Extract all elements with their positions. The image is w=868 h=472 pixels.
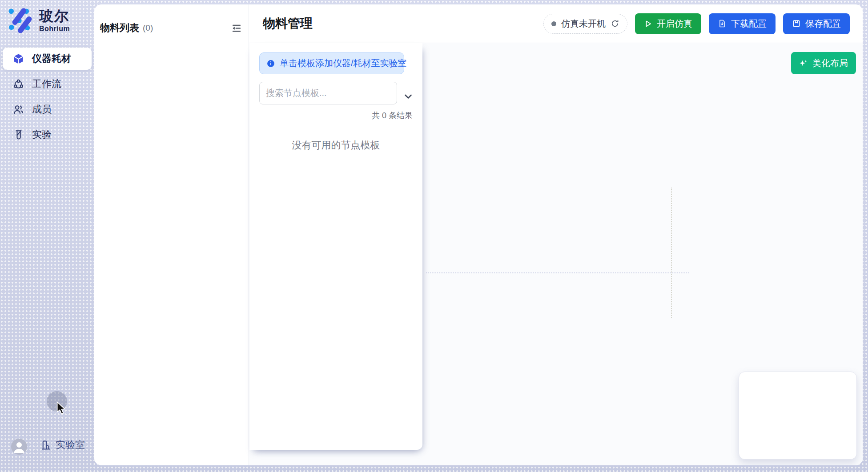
page-title: 物料管理 xyxy=(263,15,313,32)
search-result-count: 共 0 条结果 xyxy=(372,110,413,121)
node-template-panel: 单击模板添加仪器/耗材至实验室 共 0 条结果 没有可用的节点模板 xyxy=(249,43,422,450)
lab-label: 实验室 xyxy=(56,438,85,452)
sidebar-item-label: 仪器耗材 xyxy=(32,52,71,65)
material-list-count: (0) xyxy=(143,23,153,33)
simulation-status-label: 仿真未开机 xyxy=(561,18,606,30)
download-config-label: 下载配置 xyxy=(731,18,767,30)
sidebar-item-label: 成员 xyxy=(32,103,52,116)
template-hint-text: 单击模板添加仪器/耗材至实验室 xyxy=(280,57,407,69)
canvas-guide-vertical xyxy=(671,188,672,318)
sidebar-item-experiments[interactable]: 实验 xyxy=(3,124,92,146)
workflow-canvas[interactable]: 单击模板添加仪器/耗材至实验室 共 0 条结果 没有可用的节点模板 xyxy=(249,43,863,465)
sidebar-item-label: 实验 xyxy=(32,128,52,141)
start-simulation-label: 开启仿真 xyxy=(657,18,692,30)
download-config-button[interactable]: 下载配置 xyxy=(709,13,776,34)
start-simulation-button[interactable]: 开启仿真 xyxy=(635,13,701,34)
workflow-icon xyxy=(12,78,24,90)
bohrium-logo-icon xyxy=(7,6,36,35)
collapse-panel-icon[interactable] xyxy=(231,23,241,33)
sidebar-footer: 实验室 xyxy=(0,441,94,472)
sidebar-item-instruments[interactable]: 仪器耗材 xyxy=(3,48,92,70)
brand-subtitle: Bohrium xyxy=(39,25,70,32)
material-list-header: 物料列表 (0) xyxy=(94,4,249,35)
material-list-title: 物料列表 xyxy=(100,21,139,35)
save-config-button[interactable]: 保存配置 xyxy=(783,13,850,34)
lab-switcher[interactable]: 实验室 xyxy=(40,438,85,452)
beautify-layout-button[interactable]: 美化布局 xyxy=(791,52,856,74)
building-icon xyxy=(40,439,52,451)
file-download-icon xyxy=(718,19,727,28)
members-icon xyxy=(12,104,24,116)
sparkles-icon xyxy=(799,59,808,68)
beautify-layout-label: 美化布局 xyxy=(812,57,848,69)
mouse-cursor xyxy=(56,401,66,415)
canvas-minimap[interactable] xyxy=(739,372,857,460)
cube-icon xyxy=(12,53,24,65)
sidebar-item-label: 工作流 xyxy=(32,77,61,91)
main-area: 物料管理 仿真未开机 xyxy=(249,4,863,465)
canvas-guide-horizontal xyxy=(426,272,689,273)
save-config-label: 保存配置 xyxy=(805,18,841,30)
material-list-panel: 物料列表 (0) xyxy=(94,4,249,465)
refresh-icon[interactable] xyxy=(611,19,619,28)
simulation-status-pill[interactable]: 仿真未开机 xyxy=(543,14,627,34)
experiment-icon xyxy=(12,129,24,141)
chevron-down-icon[interactable] xyxy=(403,91,414,102)
template-hint-banner: 单击模板添加仪器/耗材至实验室 xyxy=(259,52,404,74)
page-header: 物料管理 仿真未开机 xyxy=(249,4,863,43)
sidebar-item-workflow[interactable]: 工作流 xyxy=(3,73,92,95)
user-avatar[interactable] xyxy=(11,439,27,455)
template-search-input[interactable] xyxy=(259,82,397,104)
brand-name: 玻尔 xyxy=(39,9,70,23)
info-icon xyxy=(266,59,275,68)
header-actions: 仿真未开机 开启仿真 xyxy=(543,13,850,34)
save-icon xyxy=(792,19,801,28)
sidebar-item-members[interactable]: 成员 xyxy=(3,98,92,120)
sidebar-nav: 仪器耗材 工作流 成员 xyxy=(3,48,92,149)
app-window: 物料列表 (0) 物料管理 仿真未开机 xyxy=(94,4,863,465)
status-dot xyxy=(551,21,556,26)
brand-logo: 玻尔 Bohrium xyxy=(7,6,70,35)
play-icon xyxy=(644,20,652,28)
empty-template-message: 没有可用的节点模板 xyxy=(249,139,422,152)
